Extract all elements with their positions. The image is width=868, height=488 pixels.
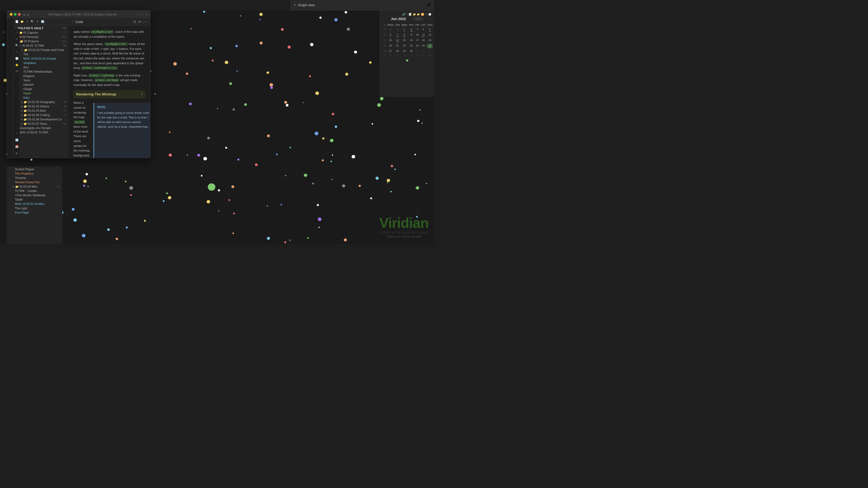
cal-day[interactable]: 18 [421,38,426,43]
sidebar-item-sovereignty[interactable]: Sovereignty of a Temple [13,126,69,130]
collapse-sidebar-icon[interactable]: ◁ [14,30,19,34]
sidebar-item-coding[interactable]: ▶ 📁 03.01.05 Coding 2 [13,113,69,117]
sidebar-item-scaled-plague[interactable]: Scaled Plague [7,167,62,171]
graph-gear-icon[interactable]: ⚙ [427,2,431,8]
cal-day[interactable]: 12 [427,33,433,38]
cal-day[interactable]: 30 [408,49,414,53]
cal-day[interactable]: 16 [408,38,414,43]
minimize-button[interactable] [10,13,12,16]
cal-day[interactable]: 11 [421,33,426,38]
cal-day[interactable]: 8 [415,54,420,57]
cal-icon-4[interactable]: 📁 [413,13,416,16]
sidebar-nav-5[interactable]: ⭐ [14,63,19,67]
cal-day[interactable]: 22 [401,44,408,48]
sort-icon[interactable]: # [25,19,29,24]
sidebar-item-moc-misc[interactable]: MOC of 03.01.04 Misc [7,202,62,206]
sidebar-item-history[interactable]: ▶ 📁 03.01.03 History 5 [13,104,69,108]
cal-day[interactable]: 1 [401,27,408,32]
sidebar-item-the-prophecy[interactable]: The Prophecy [7,171,62,176]
sidebar-item-capture[interactable]: ▶ 📁 01 Capture 7 [13,30,69,35]
sidebar-nav-3[interactable]: # [14,50,19,54]
editor-more-icon[interactable]: ⋯ [143,19,148,24]
sidebar-nav-graph[interactable]: ◉ [14,151,19,155]
cal-day[interactable]: 21 [394,44,400,48]
cal-day[interactable]: 28 [394,49,400,53]
window-menu-2[interactable]: ☐ [141,13,143,16]
cal-day[interactable]: 3 [415,27,420,32]
cal-next-button[interactable]: › [431,18,431,20]
sidebar-item-hazel[interactable]: Hazel [13,91,69,95]
editor-close-icon[interactable]: ✕ [133,19,136,24]
window-menu-1[interactable]: — [136,13,138,16]
vault-root[interactable]: ▼ MULFOK'S VAULT 748 [13,26,69,30]
cal-prev-button[interactable]: ‹ [383,18,383,20]
sidebar-item-moc-people[interactable]: MOC of 03.01.01 People [13,56,69,61]
sidebar-item-tltwk-credits[interactable]: TLTWK - Credits [7,189,62,193]
cal-day[interactable]: 9 [408,33,414,38]
cal-icon-6[interactable]: 🔁 [421,13,424,16]
cal-scroll-right[interactable]: › [430,59,431,63]
sidebar-nav-1[interactable]: 🗂 [14,37,19,41]
cal-day[interactable]: 25 [421,44,426,48]
sidebar-item-relationships[interactable]: TLTWK Relationships [13,69,69,74]
sidebar-item-devlog[interactable]: ▶ 📁 03.01.06 Development Lo [13,117,69,122]
cal-day[interactable]: 20 [387,44,394,48]
cal-day[interactable]: 23 [408,44,414,48]
sidebar-item-people[interactable]: ▼ 📁 03.01.01 People and Creat [13,48,69,52]
sidebar-item-ann[interactable]: Ann [13,65,69,69]
cal-day[interactable]: 5 [427,27,433,32]
sidebar-item-thii[interactable]: Thii [13,52,69,56]
search-icon[interactable]: 🔍 [30,19,34,24]
cal-icon-8[interactable]: 🕐 [428,13,431,16]
back-button[interactable]: ◀ [23,13,25,16]
sidebar-item-misc-bottom[interactable]: ▶ 📁 03.01.04 Misc 12 [7,184,62,189]
sidebar-nav-6[interactable]: 🗺 [14,69,19,73]
cal-day[interactable]: 13 [387,38,394,43]
sidebar-item-tenheil[interactable]: Tenheil Forest Fire [7,180,62,184]
cal-day[interactable]: 27 [387,49,394,53]
cal-day[interactable]: 2 [421,49,426,53]
cal-day[interactable]: 9 [421,54,426,57]
cal-day-today[interactable]: 26 [427,44,433,48]
maximize-button[interactable] [14,13,17,16]
sidebar-item-timeline[interactable]: Timeline [7,176,62,180]
cal-day[interactable]: 3 [427,49,433,53]
cal-day[interactable]: 7 [394,33,400,38]
sidebar-item-hamish[interactable]: Hamish [13,83,69,87]
sidebar-nav-publish[interactable]: ↗ [14,131,19,135]
cal-day[interactable]: 10 [427,54,433,57]
sidebar-item-ginger[interactable]: Ginger [13,87,69,91]
cal-icon-5[interactable]: 📂 [417,13,420,16]
cal-day[interactable]: 4 [387,54,394,57]
sidebar-nav-4[interactable]: 🕐 [14,56,19,61]
sidebar-nav-sync[interactable]: 🔄 [14,138,19,142]
sidebar-item-moc-tltwk[interactable]: MOC of 03.01 TLTWK [13,130,69,134]
sidebar-item-first-flight[interactable]: First Flight [7,210,62,215]
sidebar-item-misc[interactable]: ▶ 📁 03.01.04 Misc 12 [13,108,69,113]
editor-edit-icon[interactable]: ✏ [138,19,142,24]
cal-day[interactable]: 5 [394,54,400,57]
sidebar-item-vespileus[interactable]: Vespileus [13,61,69,65]
cal-day[interactable]: 19 [427,38,433,43]
cal-day[interactable]: 15 [401,38,408,43]
cal-day[interactable]: 8 [401,33,408,38]
cal-day[interactable]: 31 [394,27,400,32]
cal-scroll-left[interactable]: ‹ [383,59,384,63]
cal-today-button[interactable]: TODAY [413,17,423,21]
cal-day[interactable]: 17 [415,38,420,43]
cal-icon-1[interactable]: 🔗 [402,13,405,16]
heading-hash-1[interactable]: # [141,92,143,97]
sidebar-item-karu[interactable]: Karu [13,95,69,100]
sidebar-item-the-light[interactable]: The Light [7,206,62,210]
cal-icon-2[interactable]: ≡ [406,13,408,16]
collapse-icon[interactable]: ⬆ [35,19,40,24]
sidebar-item-dragons[interactable]: Dragons [13,74,69,78]
cal-day[interactable]: 4 [421,27,426,32]
sidebar-item-geography[interactable]: ▶ 📁 03.01.02 Geography 10 [13,100,69,104]
sidebar-item-story[interactable]: ▶ 📁 03.01.07 Story 18 [13,122,69,126]
sidebar-nav-calendar[interactable]: 📅 [14,144,19,149]
cal-day[interactable]: 6 [401,54,408,57]
sidebar-item-yami[interactable]: Yami [13,78,69,83]
cal-day[interactable]: 2 [408,27,414,32]
new-file-icon[interactable]: 📄 [14,19,19,24]
